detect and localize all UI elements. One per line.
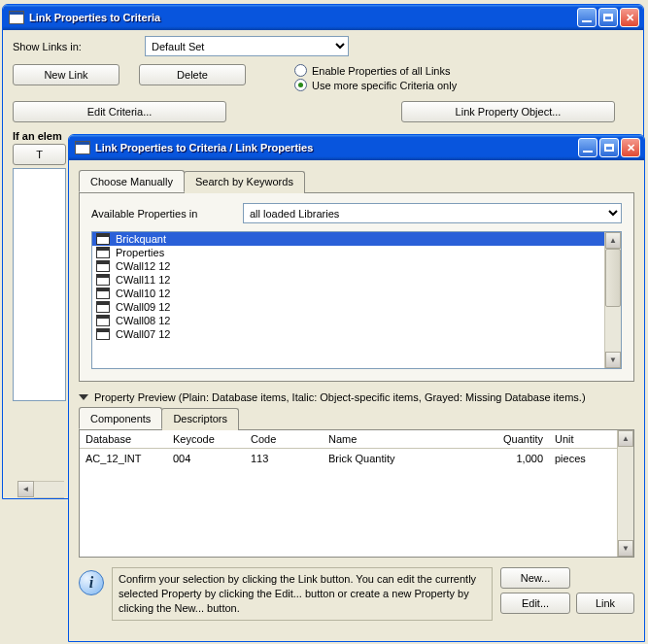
properties-listbox[interactable]: Brickquant Properties CWall12 12 CWall11…	[91, 231, 622, 369]
collapse-icon[interactable]	[79, 394, 88, 400]
bg-scrollbar[interactable]: ◄	[17, 481, 64, 498]
list-item: CWall08 12	[92, 314, 604, 327]
library-item-icon	[96, 301, 110, 313]
list-item: CWall12 12	[92, 259, 604, 273]
scroll-up-icon[interactable]: ▲	[605, 232, 621, 249]
edit-button[interactable]: Edit...	[500, 593, 570, 614]
info-icon: i	[79, 570, 104, 595]
list-item: Brickquant	[92, 232, 604, 246]
scroll-down-icon[interactable]: ▼	[618, 540, 633, 557]
help-text: Confirm your selection by clicking the L…	[112, 567, 493, 621]
scroll-left-icon[interactable]: ◄	[17, 481, 34, 497]
tab-search-keywords[interactable]: Search by Keywords	[184, 171, 305, 193]
tab-choose-manually[interactable]: Choose Manually	[79, 170, 185, 192]
list-item: CWall10 12	[92, 287, 604, 300]
bg-title: Link Properties to Criteria	[29, 12, 577, 23]
list-item: CWall11 12	[92, 273, 604, 287]
specific-criteria-radio[interactable]: Use more specific Criteria only	[294, 79, 457, 91]
truncated-button[interactable]: T	[13, 144, 66, 165]
fg-window: Link Properties to Criteria / Link Prope…	[68, 134, 645, 642]
enable-all-radio[interactable]: Enable Properties of all Links	[294, 64, 457, 77]
property-preview-label: Property Preview (Plain: Database items,…	[79, 391, 634, 403]
upper-tabs: Choose Manually Search by Keywords	[79, 170, 634, 193]
tab-descriptors[interactable]: Descriptors	[161, 408, 239, 430]
new-button[interactable]: New...	[500, 567, 570, 589]
new-link-button[interactable]: New Link	[13, 64, 119, 85]
show-links-select[interactable]: Default Set	[145, 36, 349, 56]
scroll-up-icon[interactable]: ▲	[618, 430, 633, 447]
bg-titlebar: Link Properties to Criteria ✕	[3, 5, 643, 30]
window-icon	[75, 141, 90, 154]
close-button[interactable]: ✕	[620, 8, 639, 27]
fg-body: Choose Manually Search by Keywords Avail…	[69, 160, 644, 627]
upper-tab-pane: Available Properties in all loaded Libra…	[79, 193, 634, 382]
minimize-button[interactable]	[578, 138, 597, 157]
table-header: Database Keycode Code Name Quantity Unit	[80, 430, 617, 448]
window-icon	[9, 11, 24, 24]
edit-criteria-button[interactable]: Edit Criteria...	[13, 101, 226, 122]
library-item-icon	[96, 233, 110, 245]
lower-tabs: Components Descriptors	[79, 407, 634, 430]
lower-tab-pane: Database Keycode Code Name Quantity Unit…	[79, 430, 634, 558]
available-properties-select[interactable]: all loaded Libraries	[243, 203, 622, 223]
maximize-button[interactable]	[598, 8, 618, 27]
library-item-icon	[96, 247, 110, 258]
table-scrollbar[interactable]: ▲ ▼	[617, 430, 633, 557]
show-links-label: Show Links in:	[13, 41, 139, 52]
close-button[interactable]: ✕	[621, 138, 640, 157]
library-item-icon	[96, 315, 110, 326]
list-scrollbar[interactable]: ▲ ▼	[604, 232, 621, 368]
list-item: CWall07 12	[92, 327, 604, 341]
library-item-icon	[96, 328, 110, 340]
library-item-icon	[96, 274, 110, 286]
scroll-down-icon[interactable]: ▼	[605, 352, 621, 368]
minimize-button[interactable]	[577, 8, 597, 27]
tab-components[interactable]: Components	[79, 407, 162, 429]
maximize-button[interactable]	[599, 138, 619, 157]
fg-titlebar: Link Properties to Criteria / Link Prope…	[69, 135, 644, 160]
list-item: CWall09 12	[92, 300, 604, 314]
library-item-icon	[96, 288, 110, 299]
bg-listbox	[13, 168, 66, 401]
available-properties-label: Available Properties in	[91, 208, 237, 220]
table-row[interactable]: AC_12_INT 004 113 Brick Quantity 1,000 p…	[80, 449, 617, 468]
library-item-icon	[96, 260, 110, 272]
delete-button[interactable]: Delete	[139, 64, 246, 85]
help-section: i Confirm your selection by clicking the…	[79, 567, 634, 621]
list-item: Properties	[92, 246, 604, 259]
scroll-thumb[interactable]	[605, 249, 621, 307]
link-button[interactable]: Link	[576, 593, 634, 614]
property-table: Database Keycode Code Name Quantity Unit…	[80, 430, 633, 557]
link-property-object-button[interactable]: Link Property Object...	[401, 101, 615, 122]
fg-title: Link Properties to Criteria / Link Prope…	[95, 142, 578, 153]
